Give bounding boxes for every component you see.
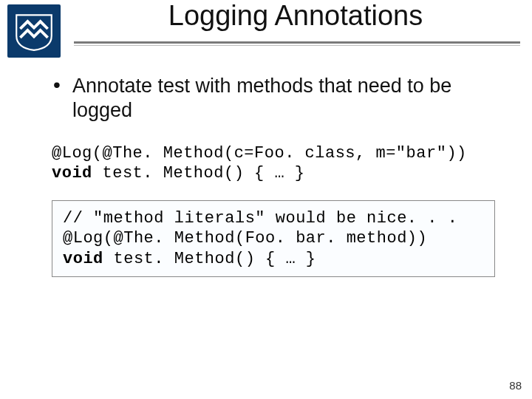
code-text: test. Method() { … } [103, 250, 316, 268]
code-block-1: @Log(@The. Method(c=Foo. class, m="bar")… [52, 143, 495, 184]
code-line: void test. Method() { … } [63, 249, 484, 270]
code-line: void test. Method() { … } [52, 163, 495, 184]
code-text: test. Method() { … } [92, 164, 305, 183]
keyword: void [63, 250, 103, 268]
code-box: // "method literals" would be nice. . . … [52, 200, 495, 278]
title-divider-light [74, 45, 520, 46]
code-line: // "method literals" would be nice. . . [63, 208, 484, 229]
page-number: 88 [509, 379, 522, 392]
code-block-2: // "method literals" would be nice. . . … [63, 208, 484, 270]
bullet-text: Annotate test with methods that need to … [52, 74, 495, 123]
slide-title: Logging Annotations [74, 0, 517, 32]
slide: Logging Annotations Annotate test with m… [0, 0, 532, 399]
title-divider [74, 41, 520, 44]
logo-shield-icon [7, 4, 61, 58]
keyword: void [52, 164, 92, 183]
slide-body: Annotate test with methods that need to … [52, 74, 495, 277]
code-line: @Log(@The. Method(Foo. bar. method)) [63, 228, 484, 249]
code-line: @Log(@The. Method(c=Foo. class, m="bar")… [52, 143, 495, 164]
